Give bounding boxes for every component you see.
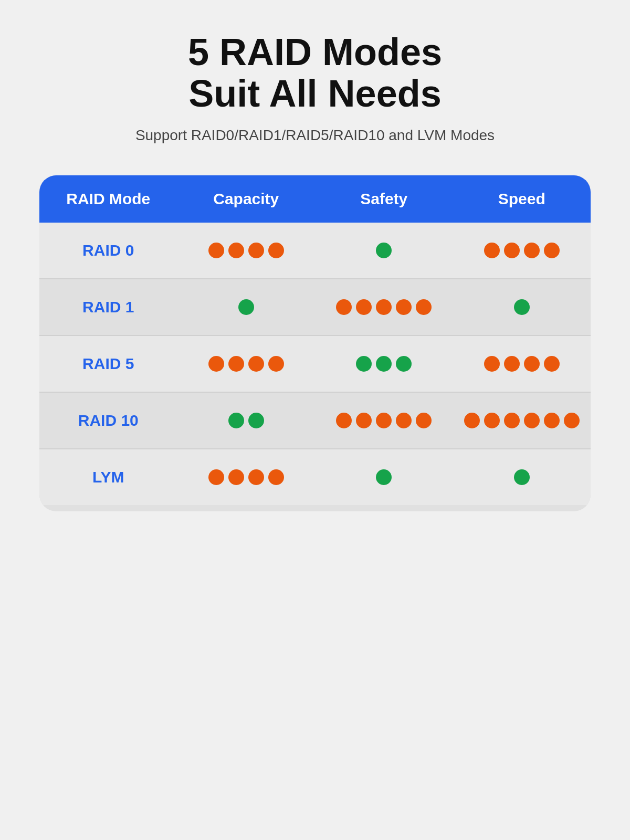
dots-capacity bbox=[208, 243, 284, 258]
dot-orange bbox=[228, 243, 244, 258]
dot-green bbox=[248, 413, 264, 428]
cell-safety bbox=[315, 393, 453, 448]
dot-green bbox=[228, 413, 244, 428]
dot-orange bbox=[464, 413, 480, 428]
table-header: RAID Mode Capacity Safety Speed bbox=[39, 175, 591, 223]
raid-comparison-table: RAID Mode Capacity Safety Speed RAID 0RA… bbox=[39, 175, 591, 511]
dot-orange bbox=[504, 243, 520, 258]
dot-orange bbox=[248, 243, 264, 258]
page-title: 5 RAID Modes Suit All Needs bbox=[188, 32, 442, 114]
cell-capacity bbox=[177, 223, 316, 278]
dot-orange bbox=[336, 299, 352, 315]
dot-orange bbox=[228, 356, 244, 372]
dot-orange bbox=[484, 243, 500, 258]
dots-speed bbox=[514, 299, 530, 315]
dots-capacity bbox=[238, 299, 254, 315]
cell-safety bbox=[315, 449, 453, 505]
cell-speed bbox=[453, 393, 591, 448]
raid-name: LYM bbox=[92, 468, 124, 486]
dot-orange bbox=[484, 356, 500, 372]
cell-capacity bbox=[177, 393, 316, 448]
dots-capacity bbox=[228, 413, 264, 428]
table-body: RAID 0RAID 1RAID 5RAID 10LYM bbox=[39, 223, 591, 505]
dot-orange bbox=[396, 413, 412, 428]
raid-mode-label: LYM bbox=[39, 449, 177, 505]
cell-capacity bbox=[177, 279, 316, 335]
dot-orange bbox=[524, 356, 540, 372]
dots-safety bbox=[336, 413, 432, 428]
dot-orange bbox=[484, 413, 500, 428]
dot-orange bbox=[268, 243, 284, 258]
table-row: RAID 10 bbox=[39, 393, 591, 449]
dot-orange bbox=[504, 413, 520, 428]
dot-orange bbox=[208, 356, 224, 372]
cell-speed bbox=[453, 336, 591, 392]
dot-green bbox=[514, 299, 530, 315]
dot-green bbox=[238, 299, 254, 315]
raid-name: RAID 1 bbox=[82, 298, 134, 316]
dot-orange bbox=[544, 413, 560, 428]
raid-mode-label: RAID 0 bbox=[39, 223, 177, 278]
raid-mode-label: RAID 1 bbox=[39, 279, 177, 335]
dot-green bbox=[514, 469, 530, 485]
dot-orange bbox=[336, 413, 352, 428]
table-row: RAID 5 bbox=[39, 336, 591, 393]
dots-speed bbox=[464, 413, 580, 428]
dots-safety bbox=[376, 243, 392, 258]
dots-speed bbox=[514, 469, 530, 485]
dot-green bbox=[376, 356, 392, 372]
dot-orange bbox=[356, 299, 372, 315]
dot-orange bbox=[248, 356, 264, 372]
dot-orange bbox=[208, 469, 224, 485]
dot-orange bbox=[268, 356, 284, 372]
dots-capacity bbox=[208, 356, 284, 372]
dots-safety bbox=[356, 356, 412, 372]
dot-orange bbox=[228, 469, 244, 485]
cell-speed bbox=[453, 449, 591, 505]
cell-capacity bbox=[177, 336, 316, 392]
dot-green bbox=[376, 243, 392, 258]
dot-orange bbox=[564, 413, 580, 428]
dot-orange bbox=[416, 413, 432, 428]
dot-orange bbox=[524, 243, 540, 258]
cell-capacity bbox=[177, 449, 316, 505]
dot-green bbox=[356, 356, 372, 372]
cell-speed bbox=[453, 279, 591, 335]
dot-orange bbox=[356, 413, 372, 428]
table-row: RAID 1 bbox=[39, 279, 591, 336]
cell-speed bbox=[453, 223, 591, 278]
col-header-speed: Speed bbox=[453, 175, 591, 223]
dots-speed bbox=[484, 356, 560, 372]
cell-safety bbox=[315, 279, 453, 335]
dot-orange bbox=[544, 356, 560, 372]
dot-orange bbox=[268, 469, 284, 485]
col-header-safety: Safety bbox=[315, 175, 453, 223]
raid-mode-label: RAID 5 bbox=[39, 336, 177, 392]
dots-speed bbox=[484, 243, 560, 258]
table-row: LYM bbox=[39, 449, 591, 505]
dot-green bbox=[376, 469, 392, 485]
dots-safety bbox=[376, 469, 392, 485]
dot-orange bbox=[248, 469, 264, 485]
subtitle: Support RAID0/RAID1/RAID5/RAID10 and LVM… bbox=[135, 127, 495, 144]
dot-orange bbox=[376, 299, 392, 315]
raid-name: RAID 10 bbox=[78, 412, 139, 429]
table-row: RAID 0 bbox=[39, 223, 591, 279]
dot-green bbox=[396, 356, 412, 372]
col-header-mode: RAID Mode bbox=[39, 175, 177, 223]
dots-safety bbox=[336, 299, 432, 315]
raid-name: RAID 0 bbox=[82, 242, 134, 259]
cell-safety bbox=[315, 336, 453, 392]
dot-orange bbox=[524, 413, 540, 428]
dot-orange bbox=[396, 299, 412, 315]
raid-name: RAID 5 bbox=[82, 355, 134, 373]
cell-safety bbox=[315, 223, 453, 278]
raid-mode-label: RAID 10 bbox=[39, 393, 177, 448]
dot-orange bbox=[208, 243, 224, 258]
dots-capacity bbox=[208, 469, 284, 485]
dot-orange bbox=[544, 243, 560, 258]
dot-orange bbox=[504, 356, 520, 372]
dot-orange bbox=[376, 413, 392, 428]
dot-orange bbox=[416, 299, 432, 315]
col-header-capacity: Capacity bbox=[177, 175, 316, 223]
